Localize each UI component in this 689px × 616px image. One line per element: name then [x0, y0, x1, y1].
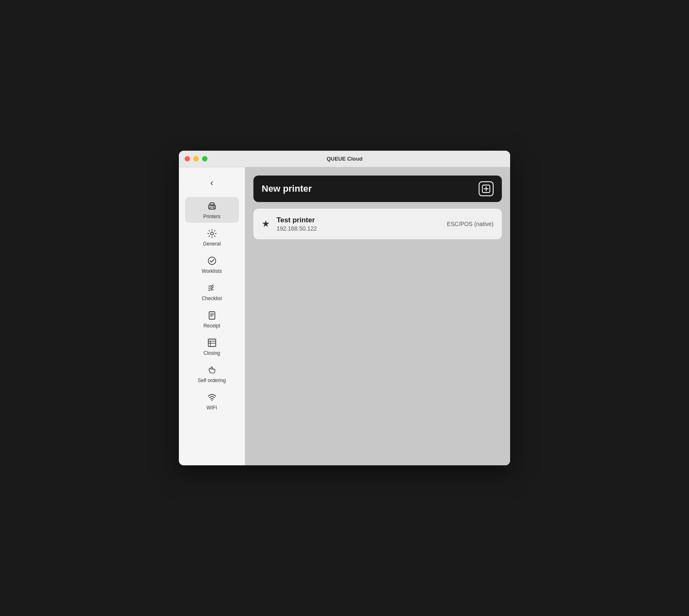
window-title: QUEUE Cloud [327, 156, 363, 162]
svg-rect-2 [210, 207, 214, 209]
printer-type: ESC/POS (native) [447, 221, 494, 227]
printer-icon [206, 200, 218, 212]
titlebar: QUEUE Cloud [179, 151, 510, 167]
closing-icon [206, 337, 218, 349]
svg-point-14 [211, 400, 212, 401]
app-window: QUEUE Cloud ‹ Printers [179, 151, 510, 465]
receipt-icon [206, 310, 218, 321]
check-circle-icon [206, 255, 218, 267]
printer-info: Test printer 192.168.50.122 [277, 216, 440, 232]
main-content: New printer ★ Test printer 192.168.50.12… [245, 167, 510, 465]
new-printer-label: New printer [262, 183, 312, 194]
new-printer-bar: New printer [253, 176, 502, 202]
svg-rect-10 [208, 339, 216, 346]
svg-point-4 [210, 232, 213, 235]
sidebar-item-self-ordering[interactable]: Self ordering [185, 361, 239, 387]
add-printer-button[interactable] [479, 181, 494, 196]
svg-rect-6 [209, 312, 215, 319]
printer-ip: 192.168.50.122 [277, 225, 440, 232]
svg-rect-1 [210, 203, 214, 205]
sidebar-item-checklist[interactable]: Checklist [185, 279, 239, 305]
sidebar-item-printers[interactable]: Printers [185, 197, 239, 223]
back-arrow-icon: ‹ [210, 178, 213, 188]
sidebar-item-closing-label: Closing [203, 350, 220, 356]
hand-icon [206, 364, 218, 376]
star-icon: ★ [262, 219, 270, 229]
maximize-button[interactable] [202, 156, 207, 161]
sidebar-item-general[interactable]: General [185, 224, 239, 250]
minimize-button[interactable] [193, 156, 199, 161]
app-body: ‹ Printers [179, 167, 510, 465]
wifi-icon [206, 392, 218, 403]
svg-point-3 [213, 206, 214, 207]
checklist-icon [206, 282, 218, 294]
sidebar-item-worklists-label: Worklists [202, 268, 222, 274]
svg-point-5 [208, 257, 216, 265]
sidebar-item-general-label: General [203, 241, 221, 247]
close-button[interactable] [185, 156, 190, 161]
sidebar-item-wifi-label: WIFI [207, 405, 217, 411]
printer-card[interactable]: ★ Test printer 192.168.50.122 ESC/POS (n… [253, 209, 502, 239]
printer-name: Test printer [277, 216, 440, 224]
gear-icon [206, 228, 218, 239]
sidebar-item-checklist-label: Checklist [202, 296, 222, 301]
window-controls [185, 156, 207, 161]
sidebar-item-closing[interactable]: Closing [185, 334, 239, 359]
sidebar-item-worklists[interactable]: Worklists [185, 252, 239, 277]
back-button[interactable]: ‹ [203, 174, 221, 192]
sidebar: ‹ Printers [179, 167, 245, 465]
sidebar-item-wifi[interactable]: WIFI [185, 388, 239, 414]
sidebar-item-receipt-label: Receipt [203, 323, 220, 329]
sidebar-item-self-ordering-label: Self ordering [198, 378, 226, 383]
sidebar-item-receipt[interactable]: Receipt [185, 306, 239, 332]
sidebar-item-printers-label: Printers [203, 214, 220, 219]
